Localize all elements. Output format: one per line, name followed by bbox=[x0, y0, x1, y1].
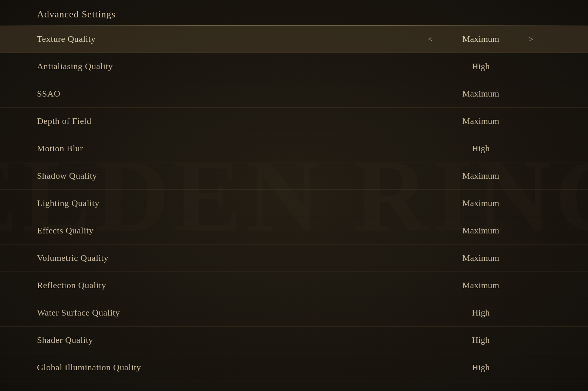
setting-value-group-effects-quality: Maximum bbox=[410, 226, 551, 236]
setting-value-ssao: Maximum bbox=[447, 89, 514, 99]
setting-name-antialiasing-quality: Antialiasing Quality bbox=[37, 61, 113, 71]
setting-name-effects-quality: Effects Quality bbox=[37, 226, 94, 236]
setting-row-shader-quality[interactable]: Shader QualityHigh bbox=[0, 327, 588, 354]
setting-value-water-surface-quality: High bbox=[447, 308, 514, 318]
setting-value-global-illumination-quality: High bbox=[447, 363, 514, 373]
setting-name-reflection-quality: Reflection Quality bbox=[37, 280, 106, 290]
setting-row-global-illumination-quality[interactable]: Global Illumination QualityHigh bbox=[0, 354, 588, 381]
setting-row-water-surface-quality[interactable]: Water Surface QualityHigh bbox=[0, 299, 588, 327]
setting-value-group-volumetric-quality: Maximum bbox=[410, 253, 551, 263]
setting-name-depth-of-field: Depth of Field bbox=[37, 116, 91, 126]
setting-name-lighting-quality: Lighting Quality bbox=[37, 198, 99, 208]
setting-row-antialiasing-quality[interactable]: Antialiasing QualityHigh bbox=[0, 53, 588, 80]
setting-value-group-texture-quality: <Maximum> bbox=[410, 33, 551, 45]
setting-value-group-lighting-quality: Maximum bbox=[410, 198, 551, 208]
setting-row-grass-quality[interactable]: Grass QualityMaximum bbox=[0, 381, 588, 391]
setting-name-shadow-quality: Shadow Quality bbox=[37, 171, 97, 181]
setting-name-global-illumination-quality: Global Illumination Quality bbox=[37, 363, 141, 373]
setting-name-texture-quality: Texture Quality bbox=[37, 34, 95, 44]
setting-name-water-surface-quality: Water Surface Quality bbox=[37, 308, 120, 318]
setting-row-motion-blur[interactable]: Motion BlurHigh bbox=[0, 135, 588, 162]
setting-value-volumetric-quality: Maximum bbox=[447, 253, 514, 263]
setting-value-group-water-surface-quality: High bbox=[410, 308, 551, 318]
setting-value-group-depth-of-field: Maximum bbox=[410, 116, 551, 126]
setting-row-volumetric-quality[interactable]: Volumetric QualityMaximum bbox=[0, 245, 588, 272]
setting-row-depth-of-field[interactable]: Depth of FieldMaximum bbox=[0, 108, 588, 135]
setting-value-group-reflection-quality: Maximum bbox=[410, 280, 551, 290]
setting-value-antialiasing-quality: High bbox=[447, 61, 514, 71]
setting-value-effects-quality: Maximum bbox=[447, 226, 514, 236]
arrow-left-texture-quality[interactable]: < bbox=[425, 33, 436, 45]
setting-value-shader-quality: High bbox=[447, 335, 514, 345]
setting-row-texture-quality[interactable]: Texture Quality<Maximum> bbox=[0, 26, 588, 53]
setting-value-lighting-quality: Maximum bbox=[447, 198, 514, 208]
setting-row-effects-quality[interactable]: Effects QualityMaximum bbox=[0, 217, 588, 245]
setting-value-motion-blur: High bbox=[447, 144, 514, 154]
setting-value-group-shadow-quality: Maximum bbox=[410, 171, 551, 181]
setting-name-ssao: SSAO bbox=[37, 89, 60, 99]
setting-row-reflection-quality[interactable]: Reflection QualityMaximum bbox=[0, 272, 588, 299]
setting-value-depth-of-field: Maximum bbox=[447, 116, 514, 126]
setting-row-lighting-quality[interactable]: Lighting QualityMaximum bbox=[0, 190, 588, 217]
setting-value-group-motion-blur: High bbox=[410, 144, 551, 154]
setting-value-group-global-illumination-quality: High bbox=[410, 363, 551, 373]
arrow-right-texture-quality[interactable]: > bbox=[525, 33, 537, 45]
setting-name-volumetric-quality: Volumetric Quality bbox=[37, 253, 108, 263]
setting-row-shadow-quality[interactable]: Shadow QualityMaximum bbox=[0, 162, 588, 190]
main-container: Advanced Settings Texture Quality<Maximu… bbox=[0, 0, 588, 391]
setting-name-motion-blur: Motion Blur bbox=[37, 144, 83, 154]
setting-name-shader-quality: Shader Quality bbox=[37, 335, 93, 345]
page-title: Advanced Settings bbox=[0, 9, 588, 25]
setting-value-reflection-quality: Maximum bbox=[447, 280, 514, 290]
setting-value-group-antialiasing-quality: High bbox=[410, 61, 551, 71]
setting-value-texture-quality: Maximum bbox=[447, 34, 514, 44]
setting-row-ssao[interactable]: SSAOMaximum bbox=[0, 80, 588, 108]
setting-value-group-ssao: Maximum bbox=[410, 89, 551, 99]
setting-value-shadow-quality: Maximum bbox=[447, 171, 514, 181]
setting-value-group-shader-quality: High bbox=[410, 335, 551, 345]
settings-list: Texture Quality<Maximum>Antialiasing Qua… bbox=[0, 26, 588, 391]
